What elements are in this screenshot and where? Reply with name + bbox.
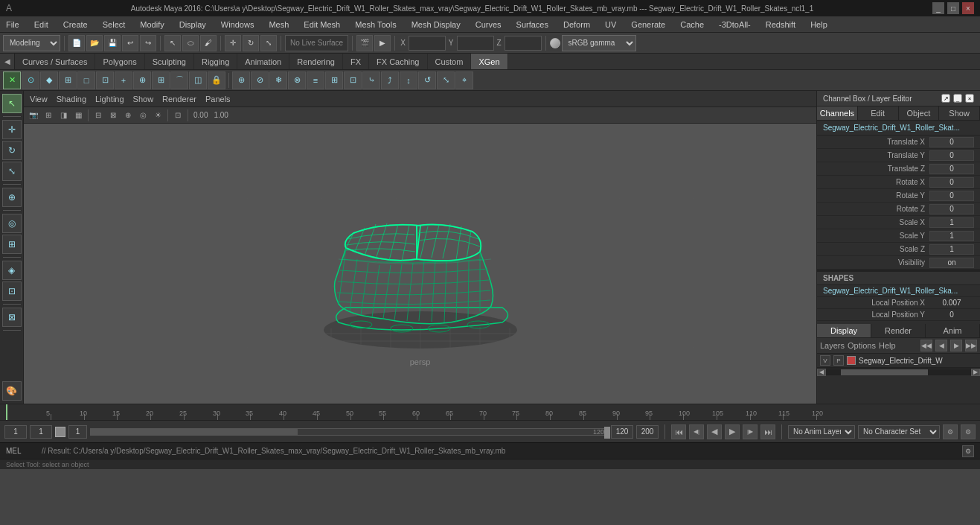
scroll-thumb[interactable] bbox=[841, 369, 928, 375]
menu-item-windows[interactable]: Windows bbox=[218, 19, 257, 31]
object-tab[interactable]: Object bbox=[899, 106, 940, 120]
play-back-button[interactable]: ◀ bbox=[707, 424, 722, 439]
scale-z-input[interactable] bbox=[929, 244, 974, 255]
unparent-icon[interactable]: ⤴ bbox=[381, 71, 399, 89]
channels-tab[interactable]: Channels bbox=[817, 106, 858, 120]
jump-end-button[interactable]: ⏭ bbox=[760, 424, 775, 439]
layer-visibility-button[interactable]: V bbox=[820, 355, 830, 366]
rotate-tool[interactable]: ↻ bbox=[243, 35, 259, 51]
rp-min-button[interactable]: _ bbox=[953, 94, 962, 103]
scale-tool[interactable]: ⤡ bbox=[260, 35, 277, 51]
manip-btn[interactable]: ⊕ bbox=[121, 109, 135, 122]
universal-tool-left[interactable]: ⊕ bbox=[2, 188, 22, 207]
menu-item-generate[interactable]: Generate bbox=[628, 19, 668, 31]
undo-button[interactable]: ↩ bbox=[122, 35, 138, 51]
open-button[interactable]: 📂 bbox=[86, 35, 103, 51]
layers-icon[interactable]: ≡ bbox=[307, 71, 324, 89]
translate-x-input[interactable] bbox=[929, 137, 974, 147]
anim-extra-button[interactable]: ⚙ bbox=[961, 424, 976, 439]
scroll-left-button[interactable]: ◀ bbox=[817, 369, 826, 376]
menu-item-display[interactable]: Display bbox=[176, 19, 209, 31]
x-input[interactable] bbox=[409, 36, 446, 51]
layer-nav-prev-prev[interactable]: ◀◀ bbox=[920, 340, 932, 351]
soft-select-left[interactable]: ◎ bbox=[2, 214, 22, 233]
anim-end-input[interactable] bbox=[636, 425, 659, 439]
step-back-button[interactable]: ◀| bbox=[689, 424, 704, 439]
render-button[interactable]: 🎬 bbox=[356, 35, 373, 51]
group-icon[interactable]: ⊞ bbox=[325, 71, 343, 89]
viewport[interactable]: View Shading Lighting Show Renderer Pane… bbox=[24, 91, 816, 404]
scale-icon2[interactable]: ⤡ bbox=[437, 71, 455, 89]
rotate-z-input[interactable] bbox=[929, 204, 974, 214]
menu-item-edit-mesh[interactable]: Edit Mesh bbox=[301, 19, 343, 31]
uv-icon[interactable]: ⊡ bbox=[96, 71, 114, 89]
timeline-playhead[interactable] bbox=[6, 404, 7, 420]
delete-history-icon[interactable]: ⊗ bbox=[288, 71, 306, 89]
options-menu[interactable]: Options bbox=[848, 341, 876, 350]
layer-nav-next-next[interactable]: ▶▶ bbox=[965, 340, 977, 351]
menu-item-help[interactable]: Help bbox=[807, 19, 830, 31]
vertex-icon[interactable]: ◆ bbox=[40, 71, 58, 89]
menu-item-mesh-display[interactable]: Mesh Display bbox=[409, 19, 464, 31]
scale-y-input[interactable] bbox=[929, 231, 974, 241]
display-tab[interactable]: Display bbox=[817, 324, 871, 337]
menu-item-select[interactable]: Select bbox=[100, 19, 129, 31]
menu-item-mesh-tools[interactable]: Mesh Tools bbox=[352, 19, 399, 31]
status-icon-button[interactable]: ⚙ bbox=[962, 445, 974, 457]
right-scrollbar[interactable]: ◀ ▶ bbox=[817, 368, 980, 375]
y-input[interactable] bbox=[457, 36, 494, 51]
rotate-y-input[interactable] bbox=[929, 191, 974, 201]
rotate-tool-left[interactable]: ↻ bbox=[2, 141, 22, 160]
save-button[interactable]: 💾 bbox=[104, 35, 121, 51]
menu-item-mesh[interactable]: Mesh bbox=[266, 19, 292, 31]
shaded-btn[interactable]: ◨ bbox=[57, 109, 70, 122]
help-menu[interactable]: Help bbox=[879, 341, 896, 350]
snap-live-icon[interactable]: ⌖ bbox=[455, 71, 473, 89]
parent-icon[interactable]: ⤷ bbox=[362, 71, 380, 89]
center-pivot-icon[interactable]: ⊛ bbox=[232, 71, 250, 89]
select-obj-icon[interactable]: ✕ bbox=[3, 71, 21, 89]
panels-menu[interactable]: Panels bbox=[205, 95, 231, 104]
quick-sel-left[interactable]: ⊠ bbox=[2, 308, 22, 327]
timeline-handle[interactable] bbox=[604, 427, 610, 439]
snap-view-icon[interactable]: ◫ bbox=[189, 71, 207, 89]
scale-tool-left[interactable]: ⤡ bbox=[2, 162, 22, 181]
view-menu[interactable]: View bbox=[30, 95, 48, 104]
layers-menu[interactable]: Layers bbox=[820, 341, 845, 350]
scale-x-input[interactable] bbox=[929, 217, 974, 228]
grid-btn[interactable]: ⊟ bbox=[92, 109, 105, 122]
snap-point-icon[interactable]: ⊕ bbox=[133, 71, 151, 89]
isolate-btn[interactable]: ⊡ bbox=[171, 109, 185, 122]
menu-item-create[interactable]: Create bbox=[60, 19, 91, 31]
show-menu[interactable]: Show bbox=[133, 95, 154, 104]
no-char-set-dropdown[interactable]: No Character Set bbox=[858, 425, 940, 439]
translate-z-input[interactable] bbox=[929, 164, 974, 174]
menu-item-file[interactable]: File bbox=[3, 19, 22, 31]
scroll-track[interactable] bbox=[826, 369, 971, 375]
move-tool-left[interactable]: ✛ bbox=[2, 120, 22, 139]
tab-fx-caching[interactable]: FX Caching bbox=[369, 54, 427, 69]
menu-item-modify[interactable]: Modify bbox=[137, 19, 167, 31]
current-frame-input[interactable] bbox=[30, 425, 52, 439]
frame-display-input[interactable] bbox=[68, 425, 87, 439]
shading-menu[interactable]: Shading bbox=[57, 95, 86, 104]
rp-float-button[interactable]: ↗ bbox=[941, 94, 950, 103]
start-frame-input[interactable] bbox=[4, 425, 27, 439]
range-end-input[interactable] bbox=[611, 425, 633, 439]
show-hide-left[interactable]: ◈ bbox=[2, 261, 22, 280]
edit-tab[interactable]: Edit bbox=[858, 106, 899, 120]
tab-sculpting[interactable]: Sculpting bbox=[145, 54, 194, 69]
wireframe-btn[interactable]: ⊞ bbox=[42, 109, 55, 122]
timeline-area[interactable]: 5101520253035404550556065707580859095100… bbox=[0, 404, 980, 420]
tab-rendering[interactable]: Rendering bbox=[289, 54, 343, 69]
menu-item-cache[interactable]: Cache bbox=[677, 19, 707, 31]
layer-playback-button[interactable]: P bbox=[833, 355, 844, 366]
snap-grid-icon[interactable]: ⊞ bbox=[152, 71, 170, 89]
canvas-area[interactable]: persp bbox=[24, 124, 816, 387]
ungroup-icon[interactable]: ⊡ bbox=[344, 71, 362, 89]
paint-select[interactable]: 🖌 bbox=[200, 35, 217, 51]
lighting-menu[interactable]: Lighting bbox=[95, 95, 124, 104]
visibility-input[interactable] bbox=[929, 258, 974, 268]
tab-rigging[interactable]: Rigging bbox=[194, 54, 237, 69]
render-tab[interactable]: Render bbox=[871, 324, 926, 337]
